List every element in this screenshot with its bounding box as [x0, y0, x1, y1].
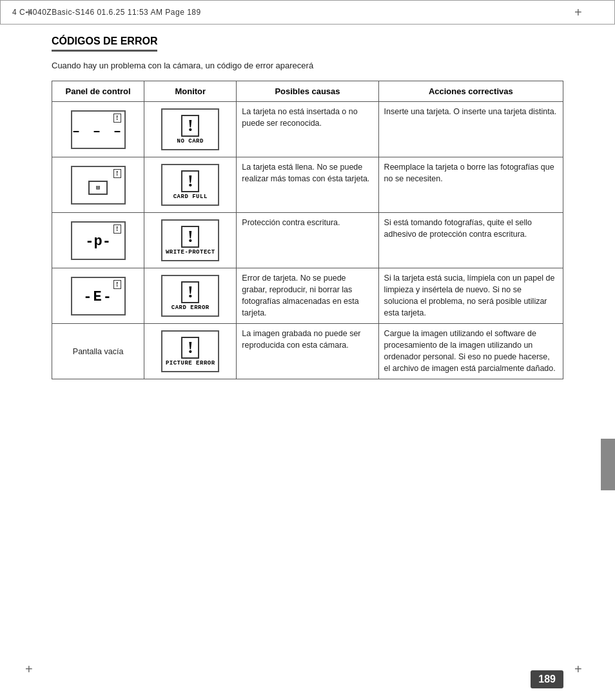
monitor-display-4: ! CARD ERROR: [161, 275, 219, 317]
monitor-label-4: CARD ERROR: [171, 305, 210, 311]
panel-cell-3: ! -p-: [52, 213, 144, 268]
monitor-exclaim-5: !: [181, 337, 199, 359]
monitor-label-5: PICTURE ERROR: [166, 360, 215, 366]
panel-cell-2: ! ▤: [52, 157, 144, 213]
causes-text-4: Error de tarjeta. No se puede grabar, re…: [242, 274, 358, 317]
col-causes-label: Posibles causas: [275, 86, 340, 96]
panel-display-2: ! ▤: [71, 166, 126, 205]
reg-mark-bottom-left: [27, 666, 39, 677]
pantalla-text: Pantalla vacía: [73, 347, 124, 356]
monitor-display-1: ! NO CARD: [161, 108, 219, 150]
monitor-display-5: ! PICTURE ERROR: [161, 330, 219, 372]
causes-cell-4: Error de tarjeta. No se puede grabar, re…: [237, 268, 378, 324]
monitor-exclaim-3: !: [181, 226, 199, 248]
actions-cell-4: Si la tarjeta está sucia, límpiela con u…: [378, 268, 563, 324]
monitor-exclaim-1: !: [181, 115, 199, 137]
panel-e-text: -E-: [83, 289, 113, 305]
causes-text-3: Protección contra escritura.: [242, 218, 340, 227]
monitor-label-1: NO CARD: [177, 138, 204, 145]
panel-exclaim-1: !: [113, 114, 121, 123]
causes-cell-2: La tarjeta está llena. No se puede reali…: [237, 157, 378, 213]
monitor-exclaim-2: !: [181, 170, 199, 192]
table-row: ! – – – ! NO CARD La tarjeta no está ins…: [52, 102, 563, 157]
table-row: ! -p- ! WRITE-PROTECT Protección contra …: [52, 213, 563, 268]
col-header-causes: Posibles causas: [237, 81, 378, 102]
table-row: ! -E- ! CARD ERROR Error de tarjeta. No …: [52, 268, 563, 324]
causes-text-1: La tarjeta no está insertada o no puede …: [242, 107, 357, 128]
causes-text-2: La tarjeta está llena. No se puede reali…: [242, 163, 369, 183]
card-icon: ▤: [88, 181, 108, 195]
actions-cell-1: Inserte una tarjeta. O inserte una tarje…: [378, 102, 563, 157]
intro-text: Cuando hay un problema con la cámara, un…: [52, 61, 563, 70]
actions-cell-3: Si está tomando fotografías, quite el se…: [378, 213, 563, 268]
panel-display-4: ! -E-: [71, 277, 126, 315]
panel-cell-5: Pantalla vacía: [52, 324, 144, 379]
col-header-panel: Panel de control: [52, 81, 144, 102]
causes-cell-5: La imagen grabada no puede ser reproduci…: [237, 324, 378, 379]
reg-mark-bottom-right: [576, 666, 588, 677]
panel-exclaim-3: !: [113, 225, 121, 234]
table-row: Pantalla vacía ! PICTURE ERROR La imagen…: [52, 324, 563, 379]
monitor-display-2: ! CARD FULL: [161, 164, 219, 206]
col-header-monitor: Monitor: [144, 81, 237, 102]
monitor-exclaim-4: !: [181, 281, 199, 303]
actions-text-5: Cargue la imagen utilizando el software …: [384, 329, 556, 373]
causes-text-5: La imagen grabada no puede ser reproduci…: [242, 329, 360, 350]
reg-mark-top-right: [576, 9, 588, 21]
header-strip: 4 C-4040ZBasic-S146 01.6.25 11:53 AM Pag…: [0, 0, 615, 25]
actions-text-2: Reemplace la tarjeta o borre las fotogra…: [384, 163, 554, 183]
monitor-cell-1: ! NO CARD: [144, 102, 237, 157]
page-number: 189: [531, 670, 563, 688]
main-content: CÓDIGOS DE ERROR Cuando hay un problema …: [52, 35, 563, 661]
monitor-cell-5: ! PICTURE ERROR: [144, 324, 237, 379]
actions-text-3: Si está tomando fotografías, quite el se…: [384, 218, 532, 239]
page-title: CÓDIGOS DE ERROR: [52, 35, 157, 52]
monitor-cell-3: ! WRITE-PROTECT: [144, 213, 237, 268]
panel-cell-4: ! -E-: [52, 268, 144, 324]
actions-cell-5: Cargue la imagen utilizando el software …: [378, 324, 563, 379]
monitor-cell-2: ! CARD FULL: [144, 157, 237, 213]
monitor-display-3: ! WRITE-PROTECT: [161, 219, 219, 261]
table-row: ! ▤ ! CARD FULL: [52, 157, 563, 213]
panel-exclaim-4: !: [113, 280, 121, 289]
actions-text-1: Inserte una tarjeta. O inserte una tarje…: [384, 107, 557, 116]
side-tab: [601, 439, 615, 490]
actions-cell-2: Reemplace la tarjeta o borre las fotogra…: [378, 157, 563, 213]
header-text: 4 C-4040ZBasic-S146 01.6.25 11:53 AM Pag…: [12, 8, 201, 17]
panel-cell-1: ! – – –: [52, 102, 144, 157]
page-wrapper: 4 C-4040ZBasic-S146 01.6.25 11:53 AM Pag…: [0, 0, 615, 700]
panel-exclaim-2: !: [113, 169, 121, 178]
reg-mark-top-left: [27, 9, 39, 21]
monitor-label-3: WRITE-PROTECT: [166, 249, 215, 255]
error-table: Panel de control Monitor Posibles causas…: [52, 81, 563, 379]
panel-dashes-1: – – –: [72, 124, 124, 139]
panel-display-1: ! – – –: [71, 110, 126, 149]
causes-cell-3: Protección contra escritura.: [237, 213, 378, 268]
monitor-label-2: CARD FULL: [173, 194, 208, 200]
monitor-cell-4: ! CARD ERROR: [144, 268, 237, 324]
panel-display-3: ! -p-: [71, 221, 126, 260]
causes-cell-1: La tarjeta no está insertada o no puede …: [237, 102, 378, 157]
col-actions-label: Acciones correctivas: [429, 86, 513, 96]
panel-p-text: -p-: [85, 234, 111, 250]
col-header-actions: Acciones correctivas: [378, 81, 563, 102]
actions-text-4: Si la tarjeta está sucia, límpiela con u…: [384, 274, 555, 317]
